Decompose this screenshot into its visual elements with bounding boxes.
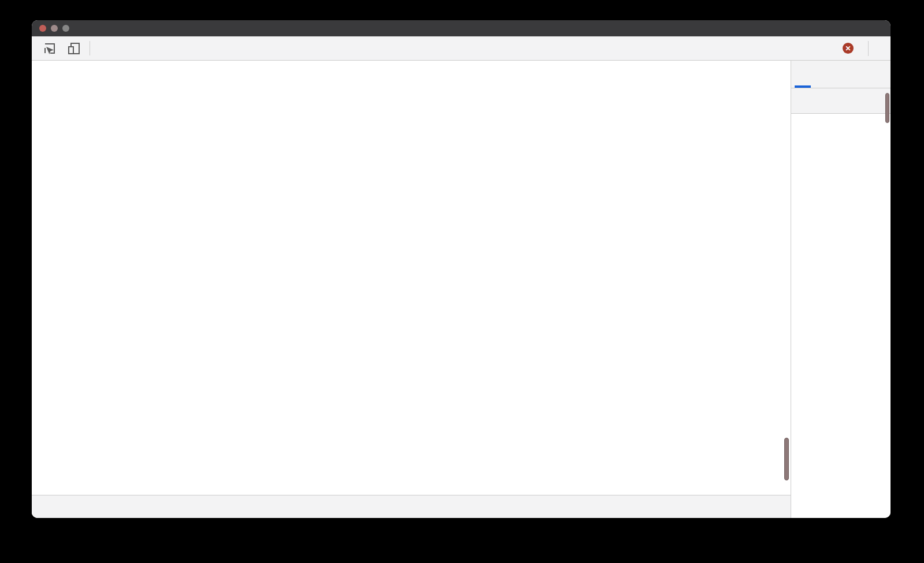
- console-errors-indicator[interactable]: ✕: [834, 43, 866, 54]
- breadcrumb: [32, 495, 791, 518]
- elements-panel: [32, 61, 791, 518]
- styles-sidebar: [791, 61, 891, 518]
- more-tabs-icon[interactable]: [96, 36, 107, 60]
- device-toolbar-icon[interactable]: [64, 39, 84, 58]
- error-icon: ✕: [843, 43, 854, 54]
- toolbar-divider: [90, 41, 90, 55]
- maximize-window-button[interactable]: [62, 25, 69, 32]
- tab-styles[interactable]: [795, 61, 811, 88]
- titlebar: [32, 20, 891, 36]
- elements-scrollbar[interactable]: [784, 438, 789, 480]
- styles-scrollbar[interactable]: [885, 93, 889, 123]
- toolbar-divider: [868, 41, 869, 56]
- minimize-window-button[interactable]: [51, 25, 58, 32]
- devtools-toolbar: ✕: [32, 36, 891, 61]
- dom-tree: [32, 61, 791, 495]
- close-window-button[interactable]: [39, 25, 46, 32]
- styles-rules-list: [791, 114, 891, 518]
- inspect-element-icon[interactable]: [40, 39, 59, 58]
- devtools-window: ✕: [32, 20, 891, 518]
- traffic-lights: [39, 25, 69, 32]
